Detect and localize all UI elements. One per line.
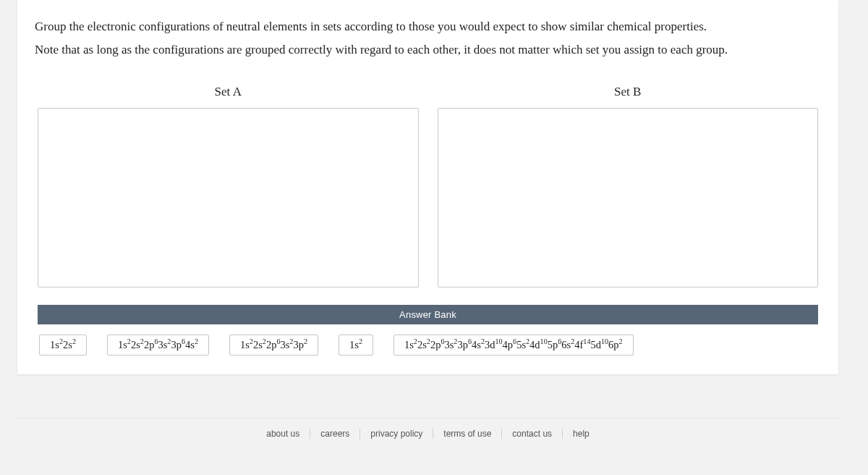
- config-tile[interactable]: 1s22s2: [39, 335, 87, 356]
- set-b-column: Set B: [438, 85, 819, 287]
- answer-bank-header: Answer Bank: [38, 305, 818, 324]
- set-a-dropzone[interactable]: [38, 108, 419, 287]
- footer-link-contact[interactable]: contact us: [502, 429, 563, 439]
- set-a-title: Set A: [38, 85, 419, 99]
- set-b-title: Set B: [438, 85, 819, 99]
- config-tile[interactable]: 1s22s22p63s23p2: [229, 335, 318, 356]
- footer-link-privacy[interactable]: privacy policy: [360, 429, 433, 439]
- question-note: Note that as long as the configurations …: [35, 41, 821, 59]
- footer-link-careers[interactable]: careers: [310, 429, 360, 439]
- sets-row: Set A Set B: [38, 85, 818, 287]
- footer-link-terms[interactable]: terms of use: [433, 429, 502, 439]
- config-tile[interactable]: 1s2: [339, 335, 373, 356]
- footer-link-about[interactable]: about us: [256, 429, 310, 439]
- question-card: Group the electronic configurations of n…: [17, 0, 838, 374]
- answer-bank: Answer Bank 1s22s2 1s22s22p63s23p64s2 1s…: [38, 305, 818, 360]
- config-tile[interactable]: 1s22s22p63s23p64s2: [107, 335, 209, 356]
- footer-links: about us careers privacy policy terms of…: [17, 418, 838, 453]
- answer-bank-body: 1s22s2 1s22s22p63s23p64s2 1s22s22p63s23p…: [38, 324, 818, 360]
- set-b-dropzone[interactable]: [438, 108, 819, 287]
- footer-link-help[interactable]: help: [563, 429, 600, 439]
- config-tile[interactable]: 1s22s22p63s23p64s23d104p65s24d105p66s24f…: [393, 335, 634, 356]
- set-a-column: Set A: [38, 85, 419, 287]
- question-instructions: Group the electronic configurations of n…: [35, 17, 821, 36]
